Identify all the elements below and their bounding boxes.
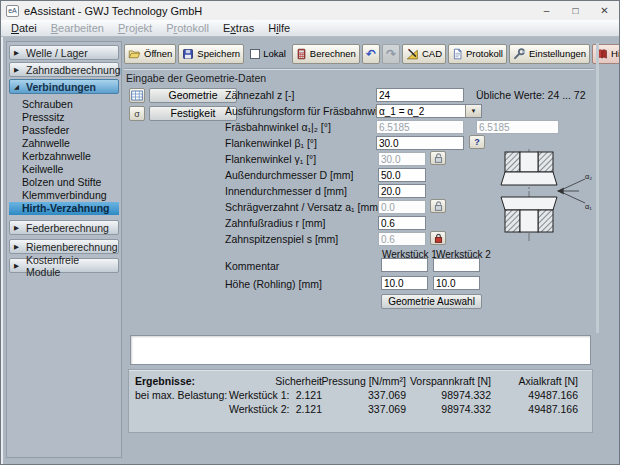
aussendurchmesser-input[interactable] xyxy=(378,168,426,182)
settings-button[interactable]: Einstellungen xyxy=(509,44,590,64)
sidebar-item-bolzen-und-stifte[interactable]: Bolzen und Stifte xyxy=(9,176,119,189)
protocol-button[interactable]: Protokoll xyxy=(448,44,507,64)
flankenwinkel-beta-input[interactable] xyxy=(376,136,464,150)
lokal-toggle[interactable]: Lokal xyxy=(250,48,286,59)
results-row-werkstueck-2: Werkstück 2: 2.121 337.069 98974.332 494… xyxy=(129,403,592,417)
tab-festigkeit[interactable]: Festigkeit xyxy=(149,106,237,121)
festigkeit-sigma-icon: σ xyxy=(129,106,145,121)
maximize-button[interactable]: □ xyxy=(561,1,590,20)
sidebar-item-keilwelle[interactable]: Keilwelle xyxy=(9,163,119,176)
col-header-sicherheit: Sicherheit xyxy=(242,375,322,387)
window-title: eAssistant - GWJ Technology GmbH xyxy=(24,5,202,17)
zahnfussradius-input[interactable] xyxy=(378,216,426,230)
menu-hilfe[interactable]: Hilfe xyxy=(261,21,297,35)
label-hoehe-rohling: Höhe (Rohling) [mm] xyxy=(225,277,375,291)
value-sicherheit: 2.121 xyxy=(242,389,322,401)
group-label: Federberechnung xyxy=(26,222,109,234)
page-title: Eingabe der Geometrie-Daten xyxy=(126,72,266,84)
dropdown-arrow-icon[interactable]: ▼ xyxy=(465,105,481,117)
sidebar-group-welle-lager[interactable]: ▶ Welle / Lager xyxy=(9,45,119,60)
chevron-right-icon: ▶ xyxy=(14,224,22,232)
lock-closed-icon xyxy=(433,233,444,244)
zahnspitzenspiel-lock-button[interactable] xyxy=(430,231,446,245)
wrench-icon xyxy=(513,48,526,60)
redo-button: ↷ xyxy=(382,44,400,64)
cad-button[interactable]: CAD xyxy=(402,44,446,64)
menu-bearbeiten: Bearbeiten xyxy=(44,21,111,35)
lokal-label: Lokal xyxy=(263,48,286,59)
versatz-lock-button[interactable] xyxy=(430,199,446,213)
versatz-input xyxy=(378,200,426,214)
value-vorspannkraft: 98974.332 xyxy=(396,389,491,401)
sidebar-group-riemenberechnung[interactable]: ▶ Riemenberechnung xyxy=(9,239,119,254)
chevron-right-icon: ▶ xyxy=(14,262,22,270)
hoehe-input-1[interactable] xyxy=(381,276,428,290)
calculate-button[interactable]: Berechnen xyxy=(292,44,360,64)
save-button[interactable]: Speichern xyxy=(178,44,244,64)
hirth-coupling-drawing: α₂ α₁ xyxy=(499,149,595,241)
results-row-werkstueck-1: bei max. Belastung: Werkstück 1: 2.121 3… xyxy=(129,389,592,403)
chevron-right-icon: ▶ xyxy=(14,49,22,57)
close-button[interactable]: ✕ xyxy=(590,1,619,20)
sidebar-item-hirth-verzahnung[interactable]: Hirth-Verzahnung xyxy=(9,202,119,215)
value-pressung: 337.069 xyxy=(316,403,406,415)
sidebar-item-presssitz[interactable]: Presssitz xyxy=(9,111,119,124)
sidebar-item-zahnwelle[interactable]: Zahnwelle xyxy=(9,137,119,150)
undo-button[interactable]: ↶ xyxy=(362,44,380,64)
beta-help-button[interactable]: ? xyxy=(469,135,485,149)
menu-extras[interactable]: Extras xyxy=(216,21,261,35)
open-button[interactable]: Öffnen xyxy=(124,44,176,64)
sidebar-item-schrauben[interactable]: Schrauben xyxy=(9,98,119,111)
zahnspitzenspiel-input xyxy=(378,232,426,246)
minimize-button[interactable]: – xyxy=(532,1,561,20)
col-header-axialkraft: Axialkraft [N] xyxy=(486,375,578,387)
sidebar-group-federberechnung[interactable]: ▶ Federberechnung xyxy=(9,220,119,235)
label-innendurchmesser: Innendurchmesser d [mm] xyxy=(225,184,375,198)
lower-workpiece-section xyxy=(501,197,557,232)
kommentar-input-1[interactable] xyxy=(381,258,428,272)
sidebar-group-zahnradberechnung[interactable]: ▶ Zahnradberechnung xyxy=(9,62,119,77)
label-zahnspitzenspiel: Zahnspitzenspiel s [mm] xyxy=(225,232,375,246)
kommentar-input-2[interactable] xyxy=(433,258,480,272)
tab-geometrie[interactable]: Geometrie xyxy=(149,88,237,103)
app-window: eA eAssistant - GWJ Technology GmbH – □ … xyxy=(0,0,620,465)
label-flankenwinkel-gamma: Flankenwinkel γ₁ [°] xyxy=(225,152,375,166)
content-right-strip xyxy=(596,43,599,333)
selected-option: α_1 = α_2 xyxy=(377,106,465,117)
sidebar-group-verbindungen[interactable]: ◢ Verbindungen xyxy=(9,79,119,94)
chevron-right-icon: ▶ xyxy=(14,66,22,74)
label-fraesbahnwinkel: Fräsbahnwinkel α₁|₂ [°] xyxy=(225,120,375,134)
label-kommentar: Kommentar xyxy=(225,259,375,273)
lokal-checkbox[interactable] xyxy=(250,49,260,59)
gamma-lock-button[interactable] xyxy=(430,151,446,165)
group-label: Zahnradberechnung xyxy=(26,64,121,76)
sidebar-item-klemmverbindung[interactable]: Klemmverbindung xyxy=(9,189,119,202)
group-label: Verbindungen xyxy=(26,81,96,93)
value-vorspannkraft: 98974.332 xyxy=(396,403,491,415)
value-pressung: 337.069 xyxy=(316,389,406,401)
label-ausfuehrungsform: Ausführungsform für Fräsbahnwinkel: xyxy=(225,104,375,118)
sidebar-group-kostenfreie-module[interactable]: ▶ Kostenfreie Module xyxy=(9,258,119,273)
group-label: Kostenfreie Module xyxy=(26,254,114,278)
hoehe-input-2[interactable] xyxy=(433,276,480,290)
upper-workpiece-section xyxy=(501,152,557,185)
col-header-pressung: Pressung [N/mm²] xyxy=(316,375,406,387)
menu-projekt: Projekt xyxy=(111,21,159,35)
innendurchmesser-input[interactable] xyxy=(378,184,426,198)
value-axialkraft: 49487.166 xyxy=(486,403,578,415)
sidebar-item-kerbzahnwelle[interactable]: Kerbzahnwelle xyxy=(9,150,119,163)
ausfuehrungsform-select[interactable]: α_1 = α_2 ▼ xyxy=(376,104,482,118)
label-zahnfussradius: Zahnfußradius r [mm] xyxy=(225,216,375,230)
flankenwinkel-gamma-input xyxy=(378,152,426,166)
zaehnezahl-input[interactable] xyxy=(376,88,464,102)
cad-ruler-pencil-icon xyxy=(406,48,419,60)
calculator-icon xyxy=(296,48,307,60)
menu-datei[interactable]: Datei xyxy=(4,21,44,35)
sidebar-item-passfeder[interactable]: Passfeder xyxy=(9,124,119,137)
chevron-expanded-icon: ◢ xyxy=(14,83,22,91)
label-aussendurchmesser: Außendurchmesser D [mm] xyxy=(225,168,375,182)
sidebar: ▶ Welle / Lager ▶ Zahnradberechnung ◢ Ve… xyxy=(6,41,122,458)
geometrie-auswahl-button[interactable]: Geometrie Auswahl xyxy=(381,294,482,309)
usual-values-note: Übliche Werte: 24 ... 72 xyxy=(476,88,586,102)
section-divider xyxy=(124,68,594,70)
